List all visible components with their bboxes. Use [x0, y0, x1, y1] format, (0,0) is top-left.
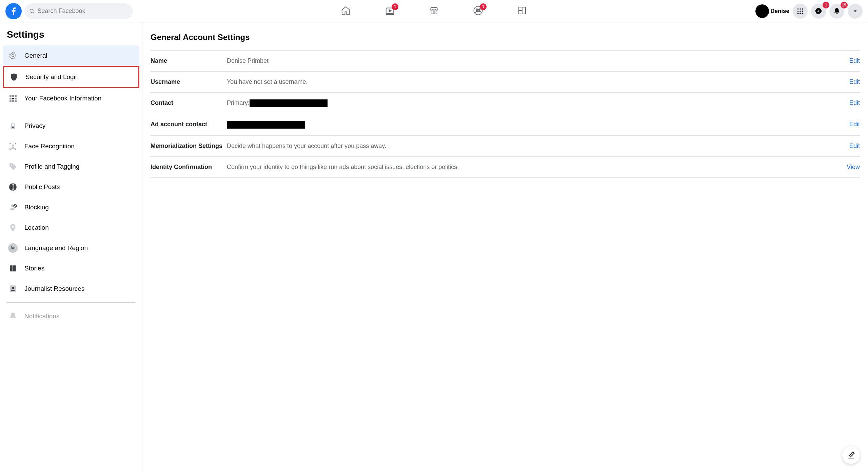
nav-watch[interactable]: 1: [385, 5, 395, 17]
svg-rect-24: [9, 100, 11, 102]
sidebar-item-location[interactable]: Location: [3, 218, 139, 238]
svg-point-16: [802, 13, 803, 14]
svg-point-22: [12, 98, 14, 99]
setting-label: Username: [151, 78, 227, 86]
svg-point-11: [797, 11, 799, 12]
sidebar-item-general[interactable]: General: [3, 45, 139, 66]
sidebar-item-blocking[interactable]: Blocking: [3, 197, 139, 218]
bell-icon: [7, 310, 19, 322]
sidebar-item-label: General: [24, 52, 47, 59]
edit-link[interactable]: Edit: [849, 57, 860, 64]
sidebar-item-label: Your Facebook Information: [24, 95, 101, 102]
svg-point-6: [478, 9, 480, 11]
nav-gaming[interactable]: [517, 5, 527, 17]
grid-menu-icon: [796, 7, 804, 15]
top-header: 1 1 Denise 1 19: [0, 0, 868, 22]
setting-row-identity: Identity Confirmation Confirm your ident…: [151, 156, 860, 178]
sidebar-item-label: Language and Region: [24, 244, 88, 252]
nav-home[interactable]: [341, 5, 351, 17]
journalist-icon: [7, 283, 19, 295]
search-box[interactable]: [24, 3, 133, 19]
sidebar-item-label: Profile and Tagging: [24, 163, 79, 170]
setting-row-memorialization: Memorialization Settings Decide what hap…: [151, 135, 860, 156]
sidebar-item-label: Location: [24, 224, 49, 231]
chevron-down-icon: [852, 8, 858, 14]
search-input[interactable]: [37, 7, 128, 15]
setting-label: Memorialization Settings: [151, 143, 227, 150]
setting-value: Denise Primbet: [227, 57, 849, 64]
pin-icon: [7, 222, 19, 234]
sidebar-item-privacy[interactable]: Privacy: [3, 116, 139, 136]
svg-line-1: [33, 12, 34, 13]
settings-content: General Account Settings Name Denise Pri…: [142, 22, 868, 472]
svg-point-13: [802, 11, 803, 12]
notifications-button[interactable]: 19: [829, 4, 844, 19]
nav-groups[interactable]: 1: [473, 5, 483, 17]
sidebar-item-notifications[interactable]: Notifications: [3, 306, 139, 326]
setting-label: Name: [151, 57, 227, 64]
setting-value: Decide what happens to your account afte…: [227, 143, 849, 150]
setting-value: Primary:: [227, 99, 849, 107]
svg-rect-26: [15, 100, 16, 102]
sidebar-item-face-recognition[interactable]: Face Recognition: [3, 136, 139, 156]
redacted-value: [227, 121, 305, 129]
setting-label: Identity Confirmation: [151, 164, 227, 171]
language-icon: Aa: [7, 242, 19, 254]
svg-point-30: [11, 165, 12, 166]
nav-marketplace[interactable]: [429, 5, 439, 17]
groups-badge: 1: [480, 3, 487, 10]
edit-link[interactable]: Edit: [849, 78, 860, 86]
setting-row-username: Username You have not set a username. Ed…: [151, 71, 860, 92]
profile-chip[interactable]: Denise: [755, 4, 789, 18]
settings-sidebar: Settings General Security and Login Your…: [0, 22, 142, 472]
messenger-button[interactable]: 1: [811, 4, 826, 19]
sidebar-item-public-posts[interactable]: Public Posts: [3, 177, 139, 197]
sidebar-item-stories[interactable]: Stories: [3, 258, 139, 279]
watch-badge: 1: [392, 3, 398, 10]
edit-link[interactable]: Edit: [849, 121, 860, 128]
svg-point-9: [800, 8, 801, 10]
facebook-logo[interactable]: [5, 3, 22, 19]
setting-row-contact: Contact Primary: Edit: [151, 92, 860, 114]
sidebar-item-label: Public Posts: [24, 183, 60, 191]
sidebar-item-label: Security and Login: [25, 73, 79, 81]
svg-rect-20: [15, 95, 16, 97]
svg-point-28: [12, 127, 14, 128]
sidebar-item-label: Privacy: [24, 122, 45, 130]
svg-rect-25: [12, 100, 14, 102]
sidebar-item-profile-tagging[interactable]: Profile and Tagging: [3, 156, 139, 177]
profile-name: Denise: [770, 8, 789, 15]
setting-label: Contact: [151, 99, 227, 107]
svg-point-5: [476, 9, 478, 11]
sidebar-item-language[interactable]: Aa Language and Region: [3, 238, 139, 258]
book-icon: [7, 262, 19, 275]
svg-point-0: [30, 9, 33, 13]
block-icon: [7, 201, 19, 213]
sidebar-item-your-info[interactable]: Your Facebook Information: [3, 88, 139, 109]
main-layout: Settings General Security and Login Your…: [0, 22, 868, 472]
gaming-icon: [517, 5, 527, 16]
compose-fab[interactable]: [842, 446, 860, 464]
view-link[interactable]: View: [847, 164, 860, 171]
tag-icon: [7, 161, 19, 173]
setting-row-ad-contact: Ad account contact Edit: [151, 114, 860, 135]
svg-point-38: [12, 287, 14, 289]
setting-value: Confirm your identity to do things like …: [227, 164, 847, 171]
account-dropdown-button[interactable]: [848, 4, 863, 19]
setting-row-name: Name Denise Primbet Edit: [151, 50, 860, 71]
sidebar-item-label: Notifications: [24, 313, 60, 320]
header-left: [5, 3, 141, 19]
sidebar-divider: [7, 112, 135, 112]
svg-line-34: [14, 205, 16, 207]
edit-link[interactable]: Edit: [849, 99, 860, 107]
setting-value: You have not set a username.: [227, 78, 849, 86]
sidebar-item-label: Face Recognition: [24, 143, 75, 150]
header-right: Denise 1 19: [755, 4, 863, 19]
sidebar-item-security[interactable]: Security and Login: [3, 66, 139, 88]
sidebar-item-journalist[interactable]: Journalist Resources: [3, 279, 139, 299]
lock-icon: [7, 120, 19, 132]
svg-point-15: [800, 13, 801, 14]
menu-button[interactable]: [793, 4, 808, 19]
edit-link[interactable]: Edit: [849, 143, 860, 150]
svg-rect-18: [9, 95, 11, 97]
